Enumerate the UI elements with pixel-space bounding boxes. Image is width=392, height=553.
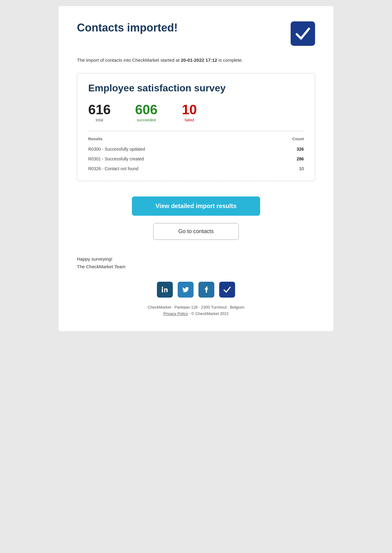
count-cell: 326 <box>267 144 304 154</box>
go-to-contacts-button[interactable]: Go to contacts <box>153 223 239 240</box>
privacy-policy-link[interactable]: Privacy Policy <box>163 311 188 316</box>
twitter-icon[interactable] <box>178 282 194 298</box>
stat-succeeded-label: succeeded <box>135 118 157 122</box>
col-results-header: Results <box>88 137 267 144</box>
stat-total-label: total <box>88 118 111 122</box>
email-container: Contacts imported! The import of contact… <box>59 6 333 331</box>
result-cell: R0326 - Contact not found <box>88 164 267 174</box>
checkmarket-logo <box>291 21 315 46</box>
footer-links: Privacy Policy · © CheckMarket 2022 <box>77 311 315 316</box>
footer-address: CheckMarket · Parklaan 126 · 2300 Turnho… <box>77 305 315 309</box>
stat-total: 616 total <box>88 103 111 122</box>
stat-succeeded: 606 succeeded <box>135 103 157 122</box>
stat-succeeded-number: 606 <box>135 103 157 116</box>
svg-rect-0 <box>162 288 163 292</box>
stat-failed-number: 10 <box>182 103 197 116</box>
stat-failed: 10 failed <box>182 103 197 122</box>
facebook-icon[interactable] <box>198 282 214 298</box>
linkedin-icon[interactable] <box>157 282 173 298</box>
count-cell: 10 <box>267 164 304 174</box>
table-row: R0300 - Successfully updated326 <box>88 144 304 154</box>
survey-title: Employee satisfaction survey <box>88 82 304 94</box>
checkmarket-social-icon[interactable] <box>219 282 235 298</box>
divider <box>88 131 304 131</box>
count-cell: 286 <box>267 154 304 164</box>
result-cell: R0301 - Successfully created <box>88 154 267 164</box>
social-row <box>77 282 315 298</box>
page-title: Contacts imported! <box>77 21 178 34</box>
results-table: Results Count R0300 - Successfully updat… <box>88 137 304 174</box>
stat-failed-label: failed <box>182 118 197 122</box>
view-results-button[interactable]: View detailed import results <box>132 196 260 216</box>
header: Contacts imported! <box>77 21 315 46</box>
footer-message: Happy surveying! The CheckMarket Team <box>77 255 315 271</box>
stat-total-number: 616 <box>88 103 111 116</box>
survey-box: Employee satisfaction survey 616 total 6… <box>77 73 315 181</box>
result-cell: R0300 - Successfully updated <box>88 144 267 154</box>
svg-point-1 <box>162 287 163 288</box>
table-row: R0326 - Contact not found10 <box>88 164 304 174</box>
intro-text: The import of contacts into CheckMarket … <box>77 57 315 64</box>
col-count-header: Count <box>267 137 304 144</box>
stats-row: 616 total 606 succeeded 10 failed <box>88 103 304 122</box>
table-row: R0301 - Successfully created286 <box>88 154 304 164</box>
